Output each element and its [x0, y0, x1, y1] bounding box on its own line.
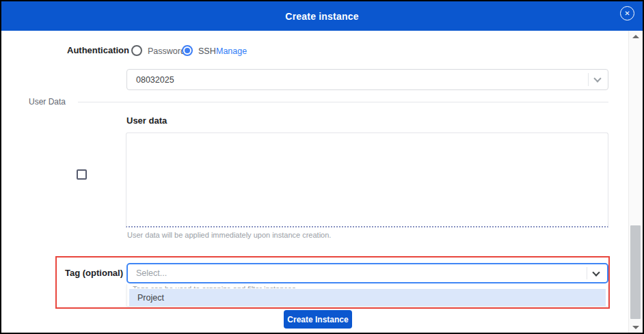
chevron-down-icon: [593, 74, 601, 82]
select-divider: [588, 73, 589, 86]
tag-select[interactable]: Select...: [126, 263, 608, 283]
user-data-field-label: User data: [126, 115, 167, 126]
tag-option-project[interactable]: Project: [129, 289, 606, 306]
scroll-up-icon[interactable]: [632, 35, 639, 38]
tag-dropdown-panel: Tags can be used to organize and filter …: [126, 284, 608, 307]
user-data-textarea[interactable]: [126, 133, 608, 227]
user-data-helper-text: User data will be applied immediately up…: [127, 231, 331, 239]
ssh-key-select-value: 08032025: [127, 75, 174, 85]
ssh-key-select[interactable]: 08032025: [126, 69, 608, 90]
password-radio-label[interactable]: Password: [148, 46, 185, 56]
manage-ssh-keys-link[interactable]: Manage: [216, 46, 247, 56]
select-divider: [587, 267, 587, 279]
user-data-checkbox[interactable]: [77, 169, 87, 180]
ssh-radio-label[interactable]: SSH: [198, 46, 216, 56]
chevron-down-icon: [592, 268, 600, 276]
modal-title: Create instance: [285, 11, 358, 22]
create-instance-button[interactable]: Create Instance: [284, 310, 352, 329]
tag-optional-label: Tag (optional): [41, 268, 123, 278]
create-instance-modal: Create instance ✕ Authentication Passwor…: [0, 0, 644, 334]
modal-header: Create instance ✕: [1, 1, 643, 31]
close-icon[interactable]: ✕: [620, 6, 634, 20]
section-divider: [78, 102, 608, 102]
scrollbar-thumb[interactable]: [630, 225, 641, 319]
user-data-section-label: User Data: [29, 97, 66, 107]
tag-select-placeholder: Select...: [128, 268, 167, 278]
password-radio[interactable]: [131, 45, 142, 56]
authentication-label: Authentication: [67, 45, 129, 55]
scroll-down-icon[interactable]: [632, 326, 639, 329]
ssh-radio[interactable]: [182, 45, 193, 56]
clipped-hint-text: Tags can be used to organize and filter …: [133, 284, 602, 288]
vertical-scrollbar[interactable]: [628, 31, 643, 333]
